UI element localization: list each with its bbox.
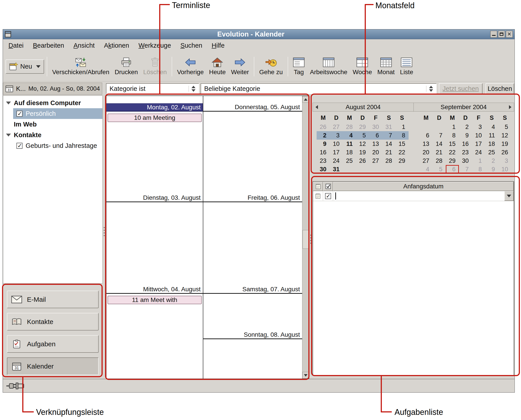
minical-day[interactable]: 7 (459, 165, 472, 173)
minical-day[interactable]: 23 (317, 157, 330, 165)
minical-day[interactable]: 2 (485, 157, 498, 165)
minical-day[interactable]: 24 (472, 148, 485, 157)
day-cell-freitag-06-august[interactable]: Freitag, 06. August (203, 194, 302, 285)
clear-search-button[interactable]: Löschen (486, 83, 514, 94)
minical-day[interactable]: 18 (343, 148, 356, 157)
shortcut-aufgaben[interactable]: Aufgaben (7, 335, 99, 353)
minical-day[interactable]: 9 (317, 140, 330, 148)
minical-day[interactable]: 25 (343, 157, 356, 165)
minical-day[interactable]: 4 (485, 123, 498, 131)
pane-resize-handle[interactable] (103, 226, 105, 237)
minical-day[interactable]: 13 (419, 140, 433, 148)
category-rule-dropdown[interactable]: Kategorie ist (106, 83, 199, 94)
task-complete-cell[interactable] (323, 191, 333, 201)
minical-day[interactable]: 30 (317, 165, 330, 173)
minical-day[interactable]: 12 (498, 131, 511, 140)
minical-day[interactable]: 8 (395, 131, 409, 140)
day-cell-mittwoch-04-august[interactable]: Mittwoch, 04. August11 am Meet with (106, 285, 203, 379)
minical-day[interactable]: 8 (446, 131, 459, 140)
minical-day[interactable]: 10 (330, 140, 343, 148)
tree-item-pers-nlich[interactable]: Persönlich (13, 108, 102, 119)
minical-day[interactable]: 6 (369, 131, 382, 140)
minical-day[interactable]: 5 (356, 131, 369, 140)
minical-day[interactable]: 29 (446, 157, 459, 165)
minical-day[interactable]: 30 (459, 157, 472, 165)
minical-day[interactable]: 10 (472, 131, 485, 140)
minical-day[interactable]: 30 (369, 123, 382, 131)
toolbar-button-weiter[interactable]: Weiter (229, 56, 251, 77)
next-month-button[interactable] (506, 103, 514, 111)
toolbar-button-verschicken-abrufen[interactable]: Verschicken/Abrufen (50, 56, 112, 77)
expander-icon[interactable] (6, 102, 11, 105)
menu-item-aktionen[interactable]: Aktionen (99, 41, 134, 51)
minical-day[interactable]: 22 (395, 148, 409, 157)
day-cell-donnerstag-05-august[interactable]: Donnerstag, 05. August (203, 103, 302, 194)
shortcut-kalender[interactable]: 31Kalender (7, 357, 99, 375)
minical-day[interactable]: 29 (356, 123, 369, 131)
week-scrollbar[interactable] (302, 96, 309, 379)
shortcut-e-mail[interactable]: E-Mail (7, 291, 99, 308)
toolbar-button-heute[interactable]: Heute (207, 56, 228, 77)
tree-item-kontakte[interactable]: Kontakte (3, 130, 102, 140)
minical-day[interactable]: 28 (382, 157, 395, 165)
minical-day[interactable]: 2 (317, 131, 330, 140)
calendar-checkbox[interactable] (16, 143, 22, 149)
minical-day[interactable]: 6 (446, 165, 459, 173)
minical-day[interactable]: 6 (419, 131, 433, 140)
menu-item-suchen[interactable]: Suchen (176, 41, 207, 51)
task-checkbox[interactable] (325, 193, 331, 199)
minical-day[interactable]: 4 (343, 131, 356, 140)
minical-day[interactable]: 5 (498, 123, 511, 131)
menu-item-hilfe[interactable]: Hilfe (207, 41, 229, 51)
folder-header[interactable]: 31 K... Mo, 02. Aug - So, 08. 2004 (3, 82, 102, 95)
minical-day[interactable]: 3 (472, 123, 485, 131)
new-button[interactable]: Neu (6, 60, 44, 74)
menu-item-bearbeiten[interactable]: Bearbeiten (28, 41, 69, 51)
day-cell-montag-02-august[interactable]: Montag, 02. August10 am Meeting (106, 103, 203, 194)
toolbar-button-tag[interactable]: Tag (291, 56, 307, 77)
menu-item-datei[interactable]: Datei (4, 41, 28, 51)
maximize-button[interactable] (498, 31, 505, 38)
menu-item-werkzeuge[interactable]: Werkzeuge (134, 41, 176, 51)
toolbar-button-gehe-zu[interactable]: Gehe zu (257, 56, 285, 77)
minical-day[interactable]: 27 (419, 157, 433, 165)
minical-day[interactable]: 20 (419, 148, 433, 157)
scroll-up-button[interactable] (302, 96, 309, 103)
minical-day[interactable]: 24 (330, 157, 343, 165)
minical-day[interactable]: 7 (433, 131, 446, 140)
minical-day[interactable]: 19 (498, 140, 511, 148)
minical-day[interactable]: 27 (330, 123, 343, 131)
minical-day[interactable]: 17 (330, 148, 343, 157)
online-status-plug-icon[interactable] (6, 382, 25, 390)
minical-day[interactable]: 20 (369, 148, 382, 157)
minimize-button[interactable] (490, 31, 497, 38)
search-now-button[interactable]: Jetzt suchen (439, 83, 483, 94)
calendar-checkbox[interactable] (16, 111, 22, 117)
minical-day[interactable]: 25 (485, 148, 498, 157)
task-startdate-column-header[interactable]: Anfangsdatum (333, 182, 514, 191)
tree-item-geburts-und-jahrestage[interactable]: Geburts- und Jahrestage (13, 140, 102, 151)
titlebar[interactable]: Evolution - Kalender (3, 30, 514, 39)
minical-day[interactable]: 18 (485, 140, 498, 148)
minical-day[interactable]: 5 (433, 165, 446, 173)
toolbar-button-arbeitswoche[interactable]: Arbeitswoche (308, 56, 350, 77)
day-cell-dienstag-03-august[interactable]: Dienstag, 03. August (106, 194, 203, 285)
minical-day[interactable]: 11 (485, 131, 498, 140)
toolbar-button-drucken[interactable]: Drucken (112, 56, 140, 77)
minical-day[interactable]: 16 (459, 140, 472, 148)
scrollbar-thumb[interactable] (303, 230, 309, 249)
minical-day[interactable]: 7 (382, 131, 395, 140)
new-task-input[interactable] (333, 191, 504, 201)
toolbar-button-l-schen[interactable]: Löschen (141, 56, 169, 77)
minical-day[interactable]: 26 (317, 123, 330, 131)
minical-day[interactable]: 10 (498, 165, 511, 173)
task-date-dropdown-button[interactable] (504, 191, 514, 201)
event-item[interactable]: 10 am Meeting (108, 113, 202, 122)
minical-day[interactable]: 27 (369, 157, 382, 165)
minical-day[interactable]: 17 (472, 140, 485, 148)
event-item[interactable]: 11 am Meet with (108, 296, 202, 304)
minical-day[interactable]: 3 (498, 157, 511, 165)
minical-day[interactable]: 14 (433, 140, 446, 148)
minical-day[interactable]: 23 (459, 148, 472, 157)
minical-day[interactable]: 28 (343, 123, 356, 131)
